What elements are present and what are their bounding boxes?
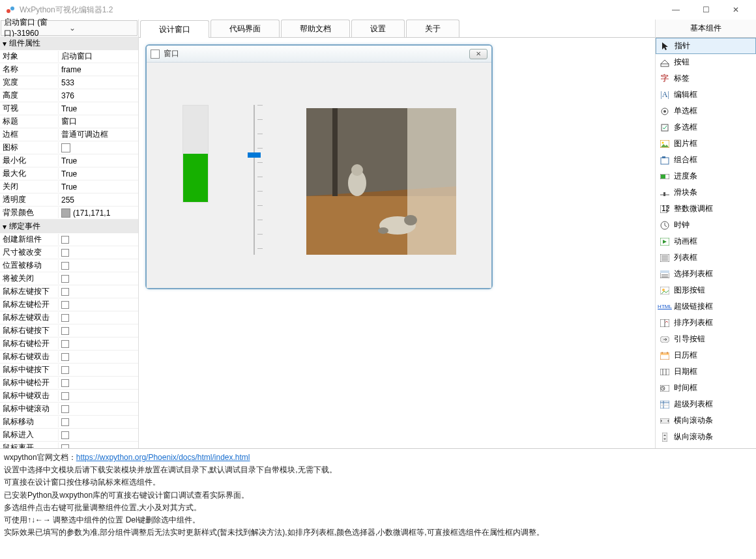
checkbox-icon[interactable]	[61, 327, 69, 335]
toolbox-item-link[interactable]: HTML超级链接框	[656, 298, 756, 315]
event-value[interactable]	[59, 327, 138, 335]
close-button[interactable]: ✕	[721, 0, 751, 20]
prop-value[interactable]: True	[59, 169, 138, 179]
toolbox-item-cursor[interactable]: 指针	[656, 38, 756, 54]
event-row[interactable]: 鼠标中键双击	[0, 390, 138, 403]
toolbox-item-superlist[interactable]: 超级列表框	[656, 396, 756, 412]
event-row[interactable]: 鼠标进入	[0, 429, 138, 442]
maximize-button[interactable]: ☐	[691, 0, 721, 20]
checkbox-icon[interactable]	[61, 431, 69, 439]
event-row[interactable]: 鼠标移动	[0, 416, 138, 429]
event-row[interactable]: 鼠标中键松开	[0, 377, 138, 390]
event-value[interactable]	[59, 275, 138, 283]
event-value[interactable]	[59, 340, 138, 348]
event-value[interactable]	[59, 418, 138, 426]
prop-value[interactable]: (171,171,1	[59, 208, 138, 218]
event-row[interactable]: 尺寸被改变	[0, 246, 138, 259]
event-value[interactable]	[59, 431, 138, 439]
preview-close-button[interactable]: ✕	[469, 49, 487, 59]
event-row[interactable]: 鼠标右键松开	[0, 337, 138, 351]
image-widget[interactable]	[306, 108, 456, 255]
checkbox-icon[interactable]	[61, 288, 69, 296]
toolbox-item-hscroll[interactable]: 横向滚动条	[656, 412, 756, 429]
toolbox-item-group[interactable]: 组合框	[656, 152, 756, 168]
tab-2[interactable]: 帮助文档	[281, 20, 350, 37]
prop-value[interactable]: 普通可调边框	[59, 129, 138, 140]
prop-row[interactable]: 标题窗口	[0, 115, 138, 128]
event-value[interactable]	[59, 405, 138, 413]
prop-row[interactable]: 对象启动窗口	[0, 50, 138, 63]
tab-1[interactable]: 代码界面	[211, 20, 280, 37]
toolbox-item-choice[interactable]: 选择列表框	[656, 266, 756, 282]
prop-value[interactable]: 533	[59, 78, 138, 87]
prop-row[interactable]: 可视True	[0, 102, 138, 115]
event-value[interactable]	[59, 288, 138, 296]
docs-link[interactable]: https://wxpython.org/Phoenix/docs/html/i…	[76, 453, 250, 462]
prop-row[interactable]: 关闭True	[0, 180, 138, 194]
prop-value[interactable]: True	[59, 104, 138, 113]
prop-value[interactable]: 窗口	[59, 116, 138, 127]
minimize-button[interactable]: —	[661, 0, 691, 20]
slider-widget[interactable]	[244, 105, 264, 255]
prop-row[interactable]: 边框普通可调边框	[0, 128, 138, 141]
event-value[interactable]	[59, 366, 138, 374]
event-row[interactable]: 位置被移动	[0, 259, 138, 272]
toolbox-item-date[interactable]: 日期框	[656, 364, 756, 380]
event-value[interactable]	[59, 379, 138, 387]
event-value[interactable]	[59, 249, 138, 257]
tab-3[interactable]: 设置	[351, 20, 405, 37]
checkbox-icon[interactable]	[61, 340, 69, 348]
toolbox-item-anim[interactable]: 动画框	[656, 233, 756, 250]
prop-value[interactable]: True	[59, 182, 138, 192]
toolbox-item-image[interactable]: 图片框	[656, 136, 756, 152]
toolbox-item-cal[interactable]: 日历框	[656, 347, 756, 364]
toolbox-item-time[interactable]: 时间框	[656, 380, 756, 396]
checkbox-icon[interactable]	[61, 301, 69, 309]
checkbox-icon[interactable]	[61, 379, 69, 387]
event-row[interactable]: 鼠标中键滚动	[0, 403, 138, 416]
event-row[interactable]: 鼠标左键双击	[0, 311, 138, 324]
slider-thumb[interactable]	[248, 152, 261, 158]
event-value[interactable]	[59, 314, 138, 322]
preview-titlebar[interactable]: 窗口 ✕	[147, 46, 491, 63]
toolbox-item-check[interactable]: 多选框	[656, 119, 756, 136]
checkbox-icon[interactable]	[61, 405, 69, 413]
toolbox-item-radio[interactable]: 单选框	[656, 103, 756, 119]
event-row[interactable]: 鼠标左键按下	[0, 285, 138, 298]
checkbox-icon[interactable]	[61, 366, 69, 374]
toolbox-item-bmpbtn[interactable]: 图形按钮	[656, 282, 756, 298]
toolbox-item-spin[interactable]: 12整数微调框	[656, 201, 756, 217]
object-selector[interactable]: 启动窗口 (窗口)-31960 ⌄	[1, 20, 138, 36]
toolbox-item-edit[interactable]: |A|编辑框	[656, 87, 756, 103]
event-value[interactable]	[59, 392, 138, 400]
event-row[interactable]: 将被关闭	[0, 272, 138, 285]
checkbox-icon[interactable]	[61, 314, 69, 322]
prop-row[interactable]: 最小化True	[0, 154, 138, 167]
event-value[interactable]	[59, 262, 138, 270]
checkbox-icon[interactable]	[61, 418, 69, 426]
prop-row[interactable]: 名称frame	[0, 63, 138, 76]
prop-row[interactable]: 背景颜色(171,171,1	[0, 207, 138, 220]
prop-section-events[interactable]: ▾绑定事件	[0, 220, 138, 233]
prop-row[interactable]: 最大化True	[0, 167, 138, 180]
checkbox-icon[interactable]	[61, 392, 69, 400]
prop-value[interactable]: True	[59, 156, 138, 165]
prop-row[interactable]: 宽度533	[0, 76, 138, 89]
toolbox-item-vscroll[interactable]: 纵向滚动条	[656, 429, 756, 445]
prop-value[interactable]: frame	[59, 65, 138, 74]
toolbox-item-slider[interactable]: 滑块条	[656, 184, 756, 201]
event-row[interactable]: 鼠标右键双击	[0, 351, 138, 364]
tab-4[interactable]: 关于	[406, 20, 459, 37]
toolbox-item-wizard[interactable]: 引导按钮	[656, 331, 756, 347]
event-row[interactable]: 创建新组件	[0, 233, 138, 246]
event-row[interactable]: 鼠标左键松开	[0, 298, 138, 311]
property-grid[interactable]: ▾组件属性对象启动窗口名称frame宽度533高度376可视True标题窗口边框…	[0, 36, 138, 448]
checkbox-icon[interactable]	[61, 275, 69, 283]
preview-window[interactable]: 窗口 ✕	[145, 44, 493, 289]
toolbox-item-progress[interactable]: 进度条	[656, 168, 756, 184]
event-row[interactable]: 鼠标中键按下	[0, 364, 138, 377]
prop-section-props[interactable]: ▾组件属性	[0, 36, 138, 50]
tab-0[interactable]: 设计窗口	[140, 20, 209, 38]
checkbox-icon[interactable]	[61, 353, 69, 361]
prop-row[interactable]: 透明度255	[0, 194, 138, 207]
